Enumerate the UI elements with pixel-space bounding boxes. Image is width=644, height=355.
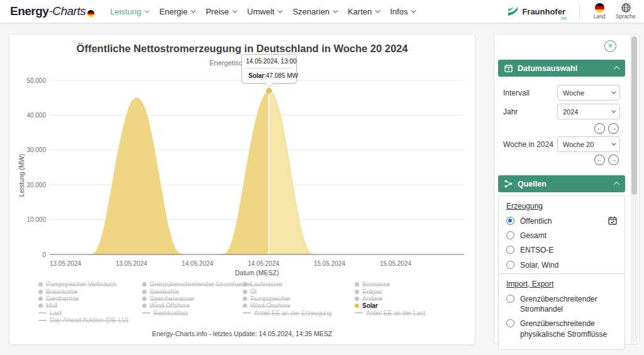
legend-item--l[interactable]: Öl — [243, 288, 331, 295]
scrollbar-thumb[interactable] — [631, 36, 637, 195]
nav-item-umwelt[interactable]: Umwelt — [243, 0, 286, 23]
topbar-divider — [579, 4, 580, 19]
legend-dot-icon — [142, 282, 147, 287]
nav-item-karten[interactable]: Karten — [343, 0, 383, 23]
chart-card: Öffentliche Nettostromerzeugung in Deuts… — [9, 34, 475, 345]
panel-header-quellen[interactable]: Quellen — [498, 175, 625, 192]
legend-item-m-ll[interactable]: Müll — [38, 302, 128, 309]
woche-select[interactable]: Woche 20 — [557, 136, 620, 152]
jahr-prev-button[interactable]: ← — [594, 123, 605, 134]
legend-item-erdgas[interactable]: Erdgas — [355, 288, 425, 295]
chart-footer-credits: Energy-Charts.info - letztes Update: 14.… — [9, 330, 475, 337]
nav-item-preise[interactable]: Preise — [201, 0, 240, 23]
legend-item-label: Last — [50, 310, 62, 317]
nav-item-label: Umwelt — [247, 7, 274, 16]
legend-item-andere[interactable]: Andere — [355, 295, 425, 302]
legend-item-pumpspeicher-verbrauch[interactable]: Pumpspeicher Verbrauch — [38, 281, 128, 288]
chevron-down-icon — [611, 141, 616, 146]
legend-item-last[interactable]: Last — [38, 310, 128, 317]
x-axis-tick-label: 15.05.2024 — [314, 260, 345, 267]
settings-sidebar: × Datumsauswahl Intervall Woche Jahr 202… — [494, 34, 640, 344]
legend-dot-icon — [38, 303, 43, 308]
radio-icon[interactable] — [506, 246, 514, 254]
radio-icon[interactable] — [506, 295, 514, 303]
legend-line-icon — [243, 312, 251, 314]
legend-item-laufwasser[interactable]: Laufwasser — [243, 281, 331, 288]
chart-legend: Pumpspeicher VerbrauchBraunkohleGeotherm… — [9, 281, 475, 326]
import-export-option-grenz-berschreitender-stromhandel[interactable]: Grenzüberschreitender Stromhandel — [506, 294, 617, 314]
collapse-chevron-icon — [614, 182, 620, 188]
jahr-next-button[interactable]: → — [608, 123, 619, 134]
tooltip-value: 47.085 MW — [266, 72, 298, 79]
sidebar-scrollbar[interactable] — [630, 35, 638, 343]
tooltip-series-row: Solar : 47.085 MW — [246, 72, 292, 79]
legend-item-speicherwasser[interactable]: Speicherwasser — [142, 295, 252, 302]
fraunhofer-ise-label: ISE — [560, 16, 567, 20]
radio-icon[interactable] — [506, 319, 514, 327]
x-axis-title: Datum (MESZ) — [235, 269, 279, 276]
legend-item-grenz-berschreitender-stromhandel[interactable]: Grenzüberschreitender Stromhandel — [142, 281, 252, 288]
import-export-option-grenz-berschreitende-physikalische-stromfl-sse[interactable]: Grenzüberschreitende physikalische Strom… — [506, 319, 617, 339]
sources-branch-icon — [504, 180, 513, 188]
radio-icon[interactable] — [506, 261, 514, 269]
legend-item-geothermie[interactable]: Geothermie — [38, 295, 128, 302]
legend-item-anteil-ee-an-der-erzeugung[interactable]: Anteil EE an der Erzeugung — [243, 310, 331, 317]
intervall-select[interactable]: Woche — [557, 85, 620, 101]
globe-icon — [621, 3, 631, 13]
legend-item-residuallast[interactable]: Residuallast — [142, 310, 252, 317]
legend-item-label: Wind Offshore — [150, 302, 190, 309]
erzeugung-option-solar-wind[interactable]: Solar, Wind — [506, 260, 617, 270]
jahr-label: Jahr — [503, 107, 518, 116]
nav-item-infos[interactable]: Infos — [386, 0, 419, 23]
field-row-jahr: Jahr 2024 — [503, 104, 620, 119]
y-axis-title: Leistung (MW) — [18, 154, 25, 197]
erzeugung-heading[interactable]: Erzeugung — [506, 202, 617, 210]
nav-item-label: Infos — [390, 7, 408, 16]
legend-item-wind-offshore[interactable]: Wind Offshore — [142, 302, 252, 309]
legend-dot-icon — [243, 303, 247, 308]
legend-item-braunkohle[interactable]: Braunkohle — [38, 288, 128, 295]
nav-item-label: Szenarien — [292, 7, 330, 16]
nav-item-szenarien[interactable]: Szenarien — [288, 0, 341, 23]
solar-area-chart[interactable]: 010.00020.00030.00040.00050.00013.05.202… — [14, 70, 471, 277]
erzeugung-option-entso-e[interactable]: ENTSO-E — [506, 245, 617, 255]
x-axis-tick-label: 13.05.2024 — [50, 260, 81, 267]
jahr-select[interactable]: 2024 — [557, 104, 620, 119]
legend-column: BiomasseErdgasAndereSolarAnteil EE an de… — [355, 281, 425, 317]
energy-charts-logo[interactable]: Energy-Charts — [10, 4, 94, 18]
legend-item-pumpspeicher[interactable]: Pumpspeicher — [243, 295, 331, 302]
legend-item-day-ahead-auktion-de-lu-[interactable]: Day-Ahead Auktion (DE-LU) — [38, 317, 128, 324]
country-selector[interactable]: Land — [586, 3, 613, 19]
panel-title-datumsauswahl: Datumsauswahl — [518, 64, 577, 73]
nav-item-energie[interactable]: Energie — [155, 0, 199, 23]
logo-text-energy: Energy — [10, 4, 48, 18]
legend-item-label: Anteil EE an der Erzeugung — [254, 310, 331, 317]
legend-item-label: Erdgas — [362, 288, 382, 295]
collapse-chevron-icon — [614, 66, 620, 72]
radio-icon[interactable] — [506, 231, 514, 239]
woche-next-button[interactable]: → — [608, 155, 619, 165]
legend-dot-icon — [142, 303, 147, 308]
language-selector[interactable]: Sprache — [613, 3, 639, 19]
erzeugung-option--ffentlich[interactable]: Öffentlich — [506, 216, 617, 226]
legend-item-label: Speicherwasser — [150, 295, 194, 302]
legend-item-steinkohle[interactable]: Steinkohle — [142, 288, 252, 295]
fraunhofer-logo[interactable]: FraunhoferISE — [508, 7, 565, 16]
calendar-check-icon[interactable] — [608, 216, 617, 225]
legend-line-icon — [142, 312, 150, 314]
legend-line-icon — [38, 312, 47, 314]
legend-item-solar[interactable]: Solar — [355, 302, 425, 309]
erzeugung-option-gesamt[interactable]: Gesamt — [506, 231, 617, 241]
x-axis-tick-label: 15.05.2024 — [380, 260, 411, 267]
sidebar-close-icon[interactable]: × — [604, 40, 616, 52]
import-export-heading[interactable]: Import, Export — [506, 280, 617, 288]
chevron-down-icon — [333, 8, 338, 13]
legend-item-wind-onshore[interactable]: Wind Onshore — [243, 302, 331, 309]
radio-selected-icon[interactable] — [506, 217, 514, 225]
nav-item-leistung[interactable]: Leistung — [106, 0, 152, 23]
chart-plot-area[interactable]: 010.00020.00030.00040.00050.00013.05.202… — [14, 70, 471, 277]
woche-prev-button[interactable]: ← — [594, 155, 605, 165]
legend-item-biomasse[interactable]: Biomasse — [355, 281, 425, 288]
legend-item-anteil-ee-an-der-last[interactable]: Anteil EE an der Last — [355, 310, 425, 317]
panel-header-datumsauswahl[interactable]: Datumsauswahl — [498, 60, 625, 77]
